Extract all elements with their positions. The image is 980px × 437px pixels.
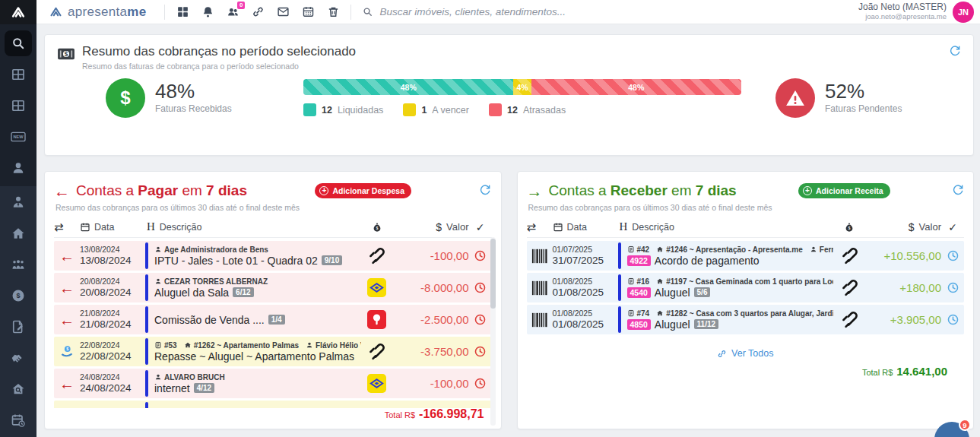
clock-icon[interactable] <box>469 249 492 262</box>
refresh-icon[interactable] <box>949 45 961 59</box>
doc-icon <box>627 309 635 317</box>
app-logo[interactable] <box>0 0 36 24</box>
bar-segment: 48% <box>303 79 513 95</box>
link-icon <box>717 349 727 359</box>
svg-text:$: $ <box>16 292 20 299</box>
row-accent-bar <box>145 306 148 333</box>
person-icon <box>154 277 162 285</box>
person-icon <box>810 245 817 253</box>
arrow-left-icon: ← <box>54 249 80 264</box>
clock-icon[interactable] <box>941 313 964 326</box>
sidebar-item-clients[interactable] <box>0 186 36 217</box>
clock-icon[interactable] <box>941 281 964 294</box>
arrow-left-icon: ← <box>54 183 70 199</box>
scrollbar[interactable] <box>490 237 496 426</box>
scrollbar-thumb[interactable] <box>490 239 496 309</box>
calendar-button[interactable] <box>298 2 318 22</box>
sidebar-item-finance[interactable]: $ <box>0 280 36 311</box>
user-menu[interactable]: João Neto (MASTER) joao.neto@apresenta.m… <box>858 2 980 23</box>
view-all-link[interactable]: Ver Todos <box>527 348 965 359</box>
sidebar-item-dashboard[interactable] <box>0 59 36 90</box>
add-income-button[interactable]: +Adicionar Receita <box>798 183 890 198</box>
avatar[interactable]: JN <box>953 2 974 23</box>
col-desc[interactable]: Descrição <box>160 222 202 233</box>
receivable-row[interactable]: 01/08/202501/08/2025 #16#1197 ~ Casa Gem… <box>527 273 965 302</box>
navbar-icons: 0 <box>173 2 343 22</box>
legend-item: 1A vencer <box>403 103 469 116</box>
sidebar-item-properties[interactable] <box>0 217 36 249</box>
window-icon <box>11 67 26 82</box>
col-date[interactable]: Data <box>94 222 114 233</box>
mail-button[interactable] <box>273 2 293 22</box>
pix-icon <box>361 342 393 361</box>
installment-badge: 4/12 <box>194 383 214 393</box>
links-button[interactable] <box>248 2 268 22</box>
doc-icon <box>627 277 635 285</box>
notification-badge: 0 <box>237 2 245 9</box>
brand-logo[interactable]: apresentame <box>36 5 157 20</box>
person-icon <box>154 373 162 381</box>
received-percent: 48% <box>155 81 232 102</box>
divider <box>164 5 165 20</box>
refresh-icon[interactable] <box>952 184 964 198</box>
contacts-button[interactable]: 0 <box>223 2 243 22</box>
payables-total: -166.998,71 <box>419 407 484 421</box>
money-bag-icon[interactable]: $ <box>833 222 865 233</box>
row-accent-bar <box>145 338 148 365</box>
sidebar-item-search[interactable] <box>0 27 36 59</box>
person-tie-icon <box>11 195 26 210</box>
payable-row[interactable]: $ 22/08/202422/08/2024 #53#1262 ~ Aparta… <box>54 337 492 366</box>
receivables-card: → Contas a Receber em 7 dias +Adicionar … <box>517 171 975 429</box>
plus-icon: + <box>803 186 812 195</box>
sidebar-item-deals[interactable] <box>0 342 36 373</box>
clock-icon[interactable] <box>941 249 964 262</box>
calendar-icon <box>553 222 563 233</box>
add-expense-button[interactable]: +Adicionar Despesa <box>315 183 411 198</box>
apps-grid-button[interactable] <box>173 2 192 22</box>
row-description: Aluguel <box>655 287 690 299</box>
clock-icon[interactable] <box>469 281 492 294</box>
sidebar-item-contracts[interactable] <box>0 311 36 342</box>
installment-badge: 5/6 <box>694 287 711 297</box>
row-description: internet <box>154 382 190 394</box>
sidebar-item-new[interactable]: NEW <box>0 121 36 152</box>
pending-percent: 52% <box>825 81 902 102</box>
pix-icon <box>833 246 865 265</box>
money-bag-icon[interactable]: $ <box>361 222 393 233</box>
sidebar-item-leads[interactable] <box>0 249 36 280</box>
col-desc[interactable]: Descrição <box>632 222 674 233</box>
check-icon[interactable]: ✓ <box>469 221 492 233</box>
sidebar-item-panels[interactable] <box>0 90 36 121</box>
svg-text:$: $ <box>848 226 851 230</box>
col-date[interactable]: Data <box>567 222 587 233</box>
refresh-icon[interactable] <box>479 184 491 198</box>
top-navbar: apresentame 0 <box>0 0 980 24</box>
trash-button[interactable] <box>323 2 343 22</box>
payable-row[interactable]: ← 21/08/202421/08/2024 Comissão de Venda… <box>54 305 492 334</box>
payable-row[interactable]: ← 24/08/202424/08/2024 ALVARO BRUCH inte… <box>54 369 492 398</box>
search-input[interactable] <box>379 6 607 17</box>
check-icon[interactable]: ✓ <box>941 221 964 233</box>
payable-row[interactable]: ← 13/08/202413/08/2024 Age Administrador… <box>54 241 492 271</box>
calendar-icon <box>80 222 90 233</box>
sidebar-item-profile[interactable] <box>0 152 36 183</box>
swap-icon[interactable]: ⇄ <box>54 220 80 234</box>
summary-card: $ Resumo das cobranças no período seleci… <box>44 34 974 156</box>
clock-icon[interactable] <box>469 313 492 326</box>
notifications-button[interactable] <box>198 2 217 22</box>
col-value[interactable]: Valor <box>446 221 468 233</box>
sidebar-item-schedule[interactable] <box>0 404 36 435</box>
arrow-left-icon: ← <box>54 280 80 296</box>
payable-row[interactable]: ← 20/08/202420/08/2024 CEZAR TORRES ALBE… <box>54 273 492 302</box>
row-description: Comissão de Venda .... <box>154 314 265 326</box>
row-description: Repasse ~ Aluguel ~ Apartamento Palmas <box>154 350 354 363</box>
clock-icon[interactable] <box>469 377 492 390</box>
sidebar-item-property-search[interactable] <box>0 373 36 404</box>
receivable-row[interactable]: 01/07/202531/07/2025 #42#1246 ~ Apresent… <box>527 241 965 271</box>
svg-text:$: $ <box>65 51 68 58</box>
clock-icon[interactable] <box>469 345 492 358</box>
receivable-row[interactable]: 01/08/202501/08/2025 #74#1282 ~ Casa com… <box>527 305 965 334</box>
swap-icon[interactable]: ⇄ <box>527 220 553 234</box>
hand-coin-icon: $ <box>54 344 80 359</box>
col-value[interactable]: Valor <box>919 221 941 233</box>
